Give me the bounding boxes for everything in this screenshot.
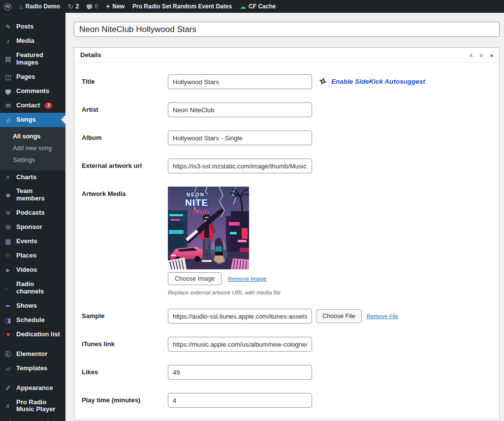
sidebar-item-podcasts[interactable]: Ψ Podcasts: [0, 206, 65, 220]
title-field-input[interactable]: [168, 74, 312, 89]
field-row-album: Album: [82, 130, 493, 145]
likes-field-label: Likes: [82, 365, 168, 376]
sidebar-item-songs[interactable]: ♫ Songs: [0, 113, 65, 127]
events-label: Events: [16, 238, 37, 245]
sidebar-item-radio-channels[interactable]: ♩ Radio channels: [0, 277, 65, 299]
comment-bubble-icon: [87, 4, 92, 8]
field-row-external-artwork-url: External artwork url: [82, 159, 493, 173]
cover-title-neon: NEON: [187, 192, 205, 197]
artwork-caption: Replace external artwork URL with media …: [168, 290, 281, 295]
sidebar-item-shows[interactable]: ✒ Shows: [0, 299, 65, 313]
external-artwork-url-input[interactable]: [168, 159, 312, 173]
cloud-icon: ☁: [240, 3, 246, 10]
sample-field-label: Sample: [82, 309, 168, 320]
wordpress-logo-icon: W: [4, 3, 11, 10]
music-note-icon: ♬: [4, 403, 12, 409]
sidebar-item-schedule[interactable]: ◨ Schedule: [0, 313, 65, 327]
field-row-sample: Sample Choose File Remove File: [82, 309, 493, 324]
home-icon: ⌂: [19, 3, 23, 10]
site-name-menu[interactable]: ⌂ Radio Demo: [15, 0, 64, 13]
sidebar-item-sponsor[interactable]: ⊞ Sponsor: [0, 220, 65, 234]
album-field-label: Album: [82, 130, 168, 141]
metabox-title: Details: [80, 51, 101, 59]
sidebar-item-pages[interactable]: ◫ Pages: [0, 70, 65, 84]
cf-cache-menu[interactable]: ☁ CF Cache: [236, 0, 280, 13]
itunes-link-input[interactable]: [168, 337, 312, 352]
toggle-panel-button[interactable]: ▲: [489, 53, 494, 58]
metabox-body: Title Enable SideKick Autosuggest Artist: [74, 63, 499, 420]
sidebar-item-events[interactable]: ▦ Events: [0, 234, 65, 249]
artwork-media-widget: NEON NITE Club Choose Image Remove Image…: [168, 187, 281, 295]
sidebar-item-videos[interactable]: ► Videos: [0, 263, 65, 277]
sidebar-item-charts[interactable]: ♬ Charts: [0, 170, 65, 185]
sidebar-item-featured-images[interactable]: ▤ Featured Images: [0, 48, 65, 70]
sidebar-item-media[interactable]: ♪ Media: [0, 34, 65, 48]
external-artwork-url-label: External artwork url: [82, 159, 168, 169]
map-icon: ⚐: [4, 253, 12, 259]
field-row-artist: Artist: [82, 102, 493, 117]
sidebar-item-appearance[interactable]: ✐ Appearance: [0, 381, 65, 395]
metabox-header[interactable]: Details ∧ ∨ ▲: [74, 48, 499, 63]
field-row-artwork-media: Artwork Media: [82, 187, 493, 295]
menu-separator: [0, 376, 65, 381]
pages-icon: ◫: [4, 74, 12, 80]
featured-images-label: Featured Images: [16, 52, 62, 66]
pro-radio-player-label: Pro Radio Music Player: [16, 399, 62, 414]
likes-field-input[interactable]: [168, 365, 312, 380]
updates-icon: ↻: [68, 3, 73, 10]
album-cover-image: NEON NITE Club: [168, 187, 249, 269]
sidebar-item-dedication-list[interactable]: ♥ Dedication list: [0, 327, 65, 342]
remove-image-link[interactable]: Remove Image: [228, 276, 266, 282]
updates-menu[interactable]: ↻ 2: [64, 0, 83, 13]
play-time-input[interactable]: [168, 393, 312, 408]
elementor-icon: Ⓔ: [4, 351, 12, 357]
places-label: Places: [16, 252, 36, 259]
sample-field-input[interactable]: [168, 309, 312, 324]
radio-file-icon: ♩: [4, 285, 12, 291]
pro-radio-event-dates-menu[interactable]: Pro Radio Set Random Event Dates: [128, 0, 236, 13]
submenu-item-settings[interactable]: Settings: [0, 154, 65, 166]
comment-bubble-icon: [4, 88, 12, 95]
megaphone-icon: Ψ: [4, 210, 12, 216]
enable-sidekick-autosuggest-link[interactable]: Enable SideKick Autosuggest: [331, 78, 425, 85]
move-up-button[interactable]: ∧: [469, 52, 473, 58]
music-notes-icon: ♫: [4, 117, 12, 123]
new-label: New: [112, 3, 125, 10]
grid-icon: ⊞: [4, 224, 12, 230]
title-field-label: Title: [82, 74, 168, 85]
charts-label: Charts: [16, 174, 36, 181]
choose-image-button[interactable]: Choose Image: [168, 272, 221, 285]
sidebar-item-contact[interactable]: ✉ Contact 1: [0, 98, 65, 113]
pages-label: Pages: [16, 73, 35, 81]
videos-label: Videos: [16, 266, 37, 274]
wordpress-logo-menu[interactable]: W: [0, 0, 15, 13]
pen-note-icon: ✒: [4, 303, 12, 309]
artist-field-input[interactable]: [168, 102, 312, 117]
sidebar-item-elementor[interactable]: Ⓔ Elementor: [0, 347, 65, 361]
cf-cache-label: CF Cache: [249, 3, 276, 10]
move-down-button[interactable]: ∨: [479, 52, 483, 58]
sidebar-item-pro-radio-music-player[interactable]: ♬ Pro Radio Music Player: [0, 395, 65, 417]
play-time-label: Play time (minutes): [82, 393, 168, 404]
field-row-play-time: Play time (minutes): [82, 393, 493, 408]
remove-file-link[interactable]: Remove File: [367, 313, 399, 319]
sidebar-item-comments[interactable]: Comments: [0, 84, 65, 98]
field-row-title: Title Enable SideKick Autosuggest: [82, 74, 493, 89]
sidebar-item-posts[interactable]: ✎ Posts: [0, 20, 65, 34]
details-metabox: Details ∧ ∨ ▲ Title Enable Sid: [74, 47, 500, 420]
chart-music-icon: ♬: [4, 174, 12, 180]
album-field-input[interactable]: [168, 130, 312, 145]
admin-bar: W ⌂ Radio Demo ↻ 2 0 + New Pro Radio Set…: [0, 0, 504, 13]
radio-channels-label: Radio channels: [16, 281, 62, 295]
sidebar-item-plugins[interactable]: ⚡ Plugins 2: [0, 417, 65, 421]
submenu-item-all-songs[interactable]: All songs: [0, 130, 65, 142]
choose-file-button[interactable]: Choose File: [316, 309, 362, 323]
comments-menu[interactable]: 0: [83, 0, 102, 13]
new-content-menu[interactable]: + New: [102, 0, 128, 13]
artist-field-label: Artist: [82, 102, 168, 113]
submenu-item-add-new-song[interactable]: Add new song: [0, 142, 65, 154]
sidebar-item-places[interactable]: ⚐ Places: [0, 249, 65, 263]
sidebar-item-templates[interactable]: ▱ Templates: [0, 361, 65, 376]
sidebar-item-team-members[interactable]: ☻ Team members: [0, 184, 65, 206]
post-title-input[interactable]: [74, 22, 500, 37]
